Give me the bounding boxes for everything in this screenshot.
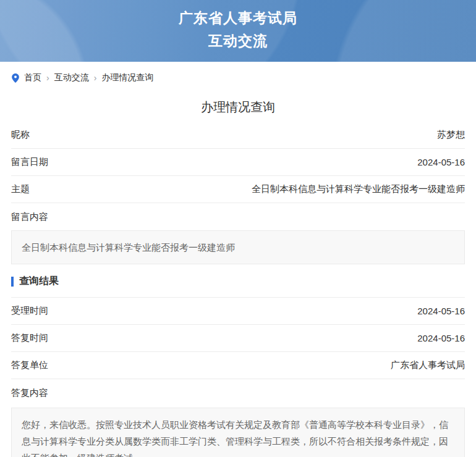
breadcrumb: 首页 › 互动交流 › 办理情况查询 xyxy=(0,62,476,83)
location-pin-icon xyxy=(11,73,20,83)
banner-subtitle: 互动交流 xyxy=(0,30,476,52)
row-reply-time-label: 答复时间 xyxy=(11,332,48,344)
row-subject-label: 主题 xyxy=(11,183,30,195)
row-reply-unit-label: 答复单位 xyxy=(11,359,48,371)
row-reply-time: 答复时间 2024-05-16 xyxy=(11,325,465,352)
message-content-label: 留言内容 xyxy=(11,203,465,230)
breadcrumb-item-home[interactable]: 首页 xyxy=(24,72,41,83)
page-banner: 广东省人事考试局 互动交流 xyxy=(0,0,476,62)
breadcrumb-item-current: 办理情况查询 xyxy=(101,72,153,83)
row-reply-unit-value: 广东省人事考试局 xyxy=(391,359,465,371)
row-reply-unit: 答复单位 广东省人事考试局 xyxy=(11,352,465,379)
message-content-box: 全日制本科信息与计算科学专业能否报考一级建造师 xyxy=(11,230,465,264)
row-nickname-label: 昵称 xyxy=(11,129,30,141)
row-reply-time-value: 2024-05-16 xyxy=(417,333,465,343)
row-accept-time-value: 2024-05-16 xyxy=(417,306,465,316)
row-subject: 主题 全日制本科信息与计算科学专业能否报考一级建造师 xyxy=(11,176,465,203)
message-content-label-text: 留言内容 xyxy=(11,211,48,223)
row-accept-time-label: 受理时间 xyxy=(11,305,48,317)
result-section-title: 查询结果 xyxy=(19,275,59,288)
breadcrumb-item-interaction[interactable]: 互动交流 xyxy=(54,72,89,83)
banner-title: 广东省人事考试局 xyxy=(0,7,476,30)
main-content: 昵称 苏梦想 留言日期 2024-05-16 主题 全日制本科信息与计算科学专业… xyxy=(0,122,476,457)
reply-content-box: 您好，来信收悉。按照专业技术人员职业资格考试有关规定及教育部《普通高等学校本科专… xyxy=(11,408,465,457)
row-message-date-label: 留言日期 xyxy=(11,156,48,168)
page-title: 办理情况查询 xyxy=(0,99,476,115)
row-subject-value: 全日制本科信息与计算科学专业能否报考一级建造师 xyxy=(252,183,465,195)
section-accent-bar xyxy=(11,277,14,287)
row-nickname: 昵称 苏梦想 xyxy=(11,122,465,149)
row-message-date: 留言日期 2024-05-16 xyxy=(11,149,465,176)
breadcrumb-separator: › xyxy=(94,73,97,83)
row-accept-time: 受理时间 2024-05-16 xyxy=(11,298,465,325)
row-message-date-value: 2024-05-16 xyxy=(417,157,465,167)
row-nickname-value: 苏梦想 xyxy=(437,129,465,141)
breadcrumb-separator: › xyxy=(46,73,49,83)
reply-content-label: 答复内容 xyxy=(11,379,465,406)
result-section-header: 查询结果 xyxy=(11,275,465,298)
reply-content-label-text: 答复内容 xyxy=(11,387,48,399)
